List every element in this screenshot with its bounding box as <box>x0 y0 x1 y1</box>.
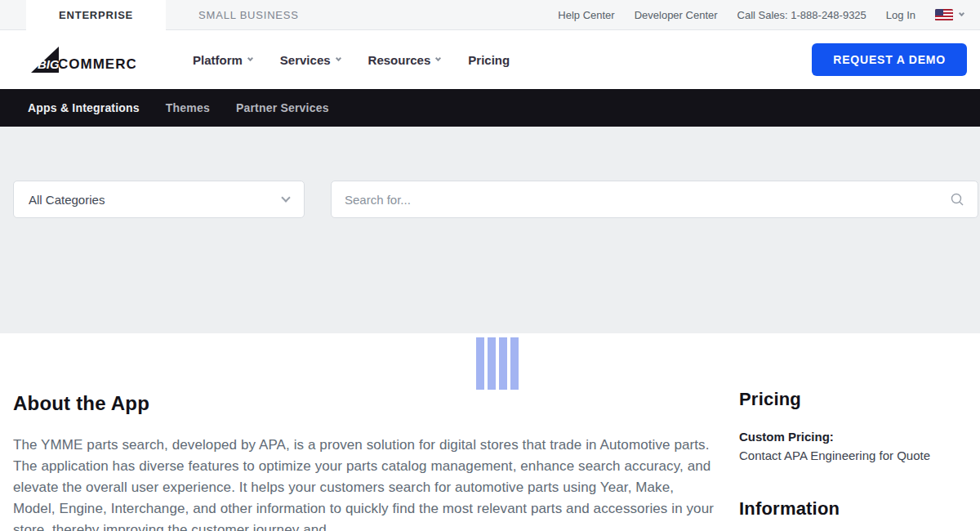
nav-platform-label: Platform <box>193 53 243 67</box>
nav-platform[interactable]: Platform <box>193 53 252 67</box>
chevron-down-icon <box>959 11 964 16</box>
main-header: BIG COMMERCE Platform Services Resources… <box>0 30 980 89</box>
chevron-down-icon <box>435 56 441 61</box>
tab-small-business[interactable]: SMALL BUSINESS <box>166 0 332 29</box>
primary-nav: Platform Services Resources Pricing <box>193 53 510 67</box>
category-dropdown-value: All Categories <box>29 193 105 207</box>
search-hero: All Categories <box>0 127 980 333</box>
nav-resources-label: Resources <box>368 53 431 67</box>
information-title: Information <box>739 498 972 520</box>
search-icon <box>950 192 964 207</box>
about-paragraph: The YMME parts search, developed by APA,… <box>13 435 714 531</box>
category-dropdown[interactable]: All Categories <box>13 181 305 218</box>
content-area: About the App The YMME parts search, dev… <box>0 333 980 531</box>
log-in-link[interactable]: Log In <box>886 9 915 21</box>
spacer <box>0 0 26 29</box>
chevron-down-icon <box>281 193 290 202</box>
nav-pricing[interactable]: Pricing <box>468 53 510 67</box>
logo-big-text: BIG <box>38 57 60 71</box>
pricing-title: Pricing <box>739 389 972 410</box>
about-title: About the App <box>13 392 714 415</box>
marketplace-nav: Apps & Integrations Themes Partner Servi… <box>0 89 980 127</box>
subnav-apps-integrations[interactable]: Apps & Integrations <box>28 101 140 114</box>
custom-pricing-value: Contact APA Engineering for Quote <box>739 448 972 462</box>
search-row: All Categories <box>0 127 980 218</box>
request-demo-button[interactable]: REQUEST A DEMO <box>812 43 967 76</box>
logo-commerce-text: COMMERCE <box>58 56 136 72</box>
custom-pricing-label: Custom Pricing: <box>739 430 972 444</box>
loader-bar <box>476 337 484 390</box>
chevron-down-icon <box>247 56 253 61</box>
call-sales-link[interactable]: Call Sales: 1-888-248-9325 <box>737 9 866 21</box>
help-center-link[interactable]: Help Center <box>558 9 614 21</box>
loader-bar <box>488 337 496 390</box>
nav-resources[interactable]: Resources <box>368 53 441 67</box>
loader-bar <box>499 337 507 390</box>
loader-bar <box>510 337 519 390</box>
subnav-themes[interactable]: Themes <box>166 101 210 114</box>
sidebar: Pricing Custom Pricing: Contact APA Engi… <box>739 389 972 520</box>
nav-services[interactable]: Services <box>280 53 341 67</box>
search-box <box>331 181 978 218</box>
search-input[interactable] <box>345 193 942 207</box>
nav-pricing-label: Pricing <box>468 53 510 67</box>
nav-services-label: Services <box>280 53 331 67</box>
us-flag-icon <box>935 9 953 21</box>
bigcommerce-logo[interactable]: BIG COMMERCE <box>28 45 136 74</box>
chevron-down-icon <box>336 56 341 61</box>
about-section: About the App The YMME parts search, dev… <box>13 392 714 531</box>
tab-enterprise[interactable]: ENTERPRISE <box>26 0 166 30</box>
utility-links: Help Center Developer Center Call Sales:… <box>558 0 980 29</box>
developer-center-link[interactable]: Developer Center <box>635 9 718 21</box>
locale-selector[interactable] <box>935 9 964 21</box>
loading-indicator <box>476 337 519 390</box>
subnav-partner-services[interactable]: Partner Services <box>236 101 329 114</box>
utility-bar: ENTERPRISE SMALL BUSINESS Help Center De… <box>0 0 980 30</box>
